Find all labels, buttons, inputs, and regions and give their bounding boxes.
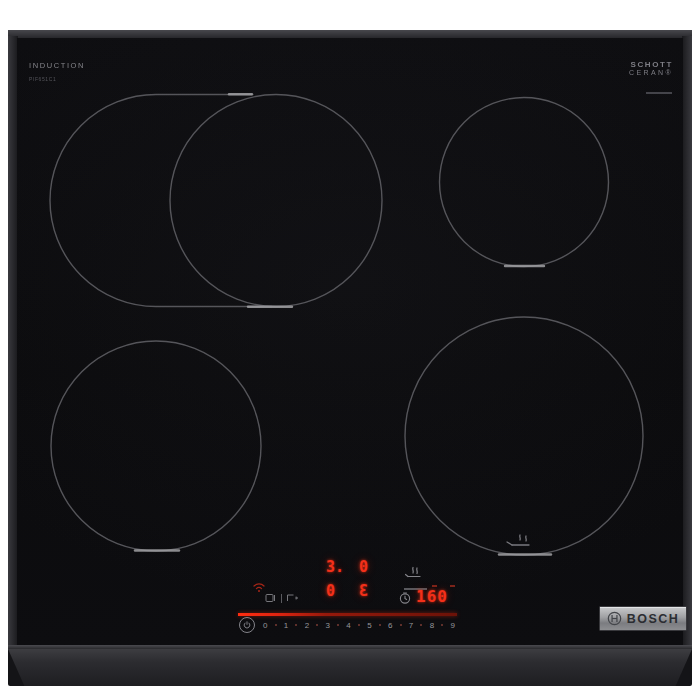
zone-display-back-right[interactable]: 0 [359, 560, 368, 575]
level-separator-dot [295, 624, 297, 626]
level-separator-dot [316, 624, 318, 626]
power-level-scale[interactable]: 0 1 2 3 4 5 6 7 8 9 [263, 621, 455, 630]
cluster-divider [281, 594, 282, 603]
hob-base-front [8, 649, 692, 686]
zone-front-left-ring [51, 341, 261, 551]
level-separator-dot [420, 624, 422, 626]
bosch-logo-plate: BOSCH [599, 606, 687, 631]
wifi-indicator-icon [252, 582, 266, 593]
mode-icon-cluster[interactable] [265, 593, 299, 603]
level-separator-dot [275, 624, 277, 626]
power-level-7[interactable]: 7 [409, 621, 413, 630]
level-separator-dot [337, 624, 339, 626]
zone-display-front-left[interactable]: 0 [326, 584, 335, 599]
move-mode-icon [286, 593, 299, 603]
timer-unit-mark-sec [450, 585, 455, 587]
level-separator-dot [358, 624, 360, 626]
zone-front-right-ring [405, 317, 643, 555]
power-level-2[interactable]: 2 [305, 621, 309, 630]
combi-zone-icon [265, 593, 277, 603]
power-level-4[interactable]: 4 [346, 621, 350, 630]
panel-accent-line [238, 613, 457, 616]
zone-display-front-right[interactable]: Ɛ [359, 584, 368, 599]
power-level-5[interactable]: 5 [367, 621, 371, 630]
power-level-9[interactable]: 9 [450, 621, 454, 630]
product-photo-induction-hob: INDUCTION PIF651C1 SCHOTT CERAN® [0, 0, 700, 700]
surface-print-model: PIF651C1 [29, 76, 56, 82]
zone-display-back-left[interactable]: 3. [326, 560, 344, 575]
schott-fineprint [646, 92, 672, 94]
power-button[interactable] [239, 617, 255, 633]
level-separator-dot [400, 624, 402, 626]
zone-back-left-flex-ring [50, 95, 272, 307]
bosch-armature-icon [607, 611, 622, 626]
schott-line1: SCHOTT [629, 60, 673, 69]
level-separator-dot [379, 624, 381, 626]
timer-display[interactable]: 160 [416, 589, 448, 605]
timer-clock-icon[interactable] [399, 592, 411, 604]
frying-sensor-icon[interactable] [405, 566, 423, 579]
power-level-3[interactable]: 3 [325, 621, 329, 630]
power-level-8[interactable]: 8 [430, 621, 434, 630]
schott-line2: CERAN® [629, 69, 673, 76]
frying-sensor-icon [507, 535, 529, 545]
surface-print-title: INDUCTION [29, 61, 85, 70]
level-separator-dot [441, 624, 443, 626]
schott-ceran-logo: SCHOTT CERAN® [629, 60, 673, 76]
bosch-logo-text: BOSCH [627, 612, 680, 626]
power-level-0[interactable]: 0 [263, 621, 267, 630]
glass-front-edge [8, 645, 692, 649]
power-level-slider[interactable]: 0 1 2 3 4 5 6 7 8 9 [239, 617, 455, 633]
power-level-6[interactable]: 6 [388, 621, 392, 630]
zone-back-right-ring [440, 98, 609, 267]
zone-back-left-circle-ring [170, 95, 382, 307]
power-level-1[interactable]: 1 [284, 621, 288, 630]
touch-control-panel: 3. 0 0 Ɛ 160 [235, 552, 470, 636]
power-icon [243, 621, 251, 629]
